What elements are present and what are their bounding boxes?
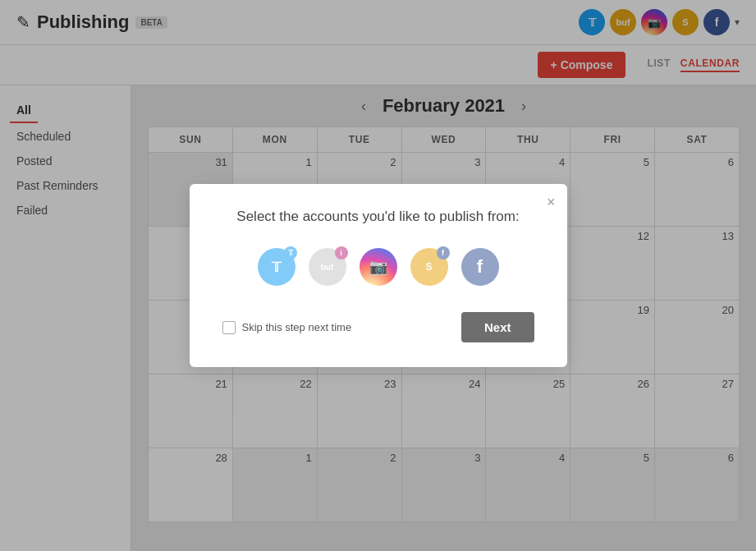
modal-close-button[interactable]: × — [547, 194, 556, 211]
skip-checkbox[interactable] — [222, 321, 236, 334]
accounts-row: 𝕋 𝕋 buf i 📷 S f f — [222, 248, 534, 286]
modal-footer: Skip this step next time Next — [222, 312, 534, 342]
next-button[interactable]: Next — [461, 312, 534, 342]
modal: × Select the accounts you'd like to publ… — [190, 184, 567, 367]
skip-label[interactable]: Skip this step next time — [222, 321, 352, 334]
skip-text: Skip this step next time — [242, 321, 352, 333]
buffer-badge: i — [335, 246, 348, 259]
modal-title: Select the accounts you'd like to publis… — [222, 209, 534, 225]
account-buffer[interactable]: buf i — [309, 248, 346, 286]
account-twitter[interactable]: 𝕋 𝕋 — [258, 248, 296, 286]
modal-overlay: × Select the accounts you'd like to publ… — [0, 0, 756, 551]
account-shop[interactable]: S f — [410, 248, 448, 286]
twitter-badge: 𝕋 — [284, 246, 297, 259]
shop-badge: f — [437, 246, 450, 259]
account-facebook[interactable]: f — [461, 248, 499, 286]
account-instagram[interactable]: 📷 — [360, 248, 397, 286]
